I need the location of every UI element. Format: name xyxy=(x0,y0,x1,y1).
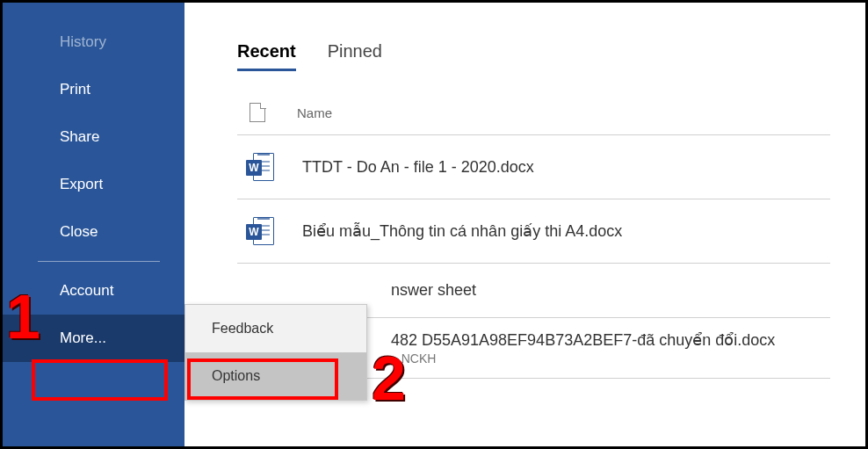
file-path: » NCKH xyxy=(391,351,775,366)
sidebar-item-export[interactable]: Export xyxy=(3,161,184,208)
word-document-icon: W xyxy=(246,217,274,245)
tab-pinned[interactable]: Pinned xyxy=(328,41,382,71)
file-row[interactable]: W Biểu mẫu_Thông tin cá nhân giấy thi A4… xyxy=(237,199,830,264)
popup-item-feedback[interactable]: Feedback xyxy=(185,305,366,352)
file-name: Biểu mẫu_Thông tin cá nhân giấy thi A4.d… xyxy=(302,221,622,241)
sidebar-item-close[interactable]: Close xyxy=(3,208,184,256)
column-icon xyxy=(246,103,269,122)
more-popup: Feedback Options xyxy=(184,304,367,401)
file-row[interactable]: W TTDT - Do An - file 1 - 2020.docx xyxy=(237,135,830,199)
word-document-icon: W xyxy=(246,153,274,181)
backstage-sidebar: History Print Share Export Close Account… xyxy=(3,3,184,446)
column-name-label[interactable]: Name xyxy=(297,105,332,120)
sidebar-item-print[interactable]: Print xyxy=(3,66,184,113)
sidebar-item-share[interactable]: Share xyxy=(3,113,184,161)
tab-recent[interactable]: Recent xyxy=(237,41,296,71)
sidebar-separator xyxy=(38,261,160,262)
sidebar-item-history[interactable]: History xyxy=(3,18,184,66)
file-name: nswer sheet xyxy=(391,281,476,300)
file-name: TTDT - Do An - file 1 - 2020.docx xyxy=(302,158,534,177)
popup-item-options[interactable]: Options xyxy=(185,352,366,400)
sidebar-item-account[interactable]: Account xyxy=(3,267,184,315)
blank-document-icon xyxy=(250,103,265,122)
file-list-header: Name xyxy=(237,98,830,135)
tabs: Recent Pinned xyxy=(237,41,830,71)
sidebar-item-more[interactable]: More... xyxy=(3,315,184,362)
file-name: 482 D55A91A98EF94B73A2BEF7-đã chuyển đổi… xyxy=(391,330,775,350)
